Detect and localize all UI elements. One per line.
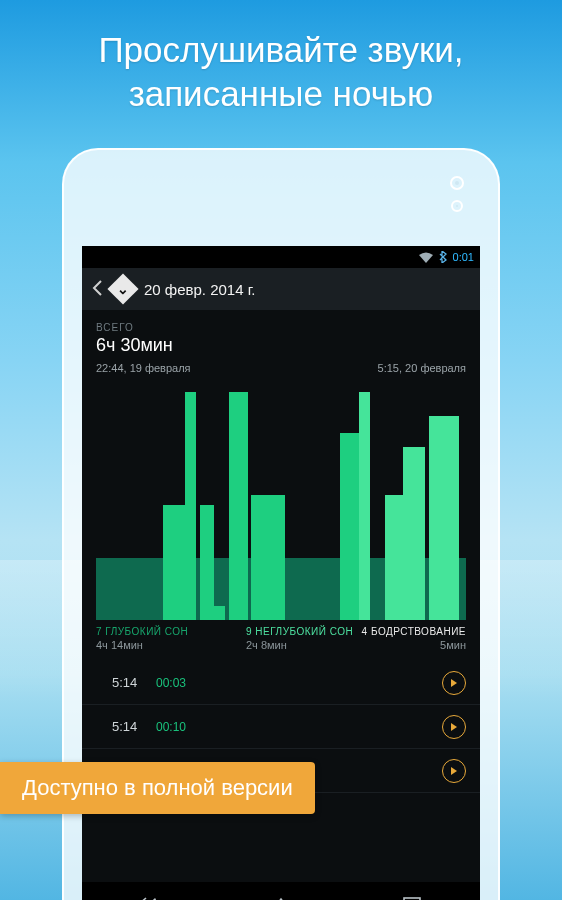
app-header: ⌄ 20 февр. 2014 г. bbox=[82, 268, 480, 310]
promo-background: Прослушивайте звуки, записанные ночью 0:… bbox=[0, 0, 562, 900]
android-nav-bar bbox=[82, 882, 480, 900]
nav-back-button[interactable] bbox=[130, 892, 166, 900]
wifi-icon bbox=[419, 252, 433, 263]
legend-light-sleep: 9 НЕГЛУБОКИЙ СОН 2ч 8мин bbox=[206, 626, 356, 651]
play-button[interactable] bbox=[442, 671, 466, 695]
nav-home-button[interactable] bbox=[263, 892, 299, 900]
chart-bar bbox=[251, 495, 270, 620]
chart-bar bbox=[340, 433, 359, 620]
legend-deep-sub: 4ч 14мин bbox=[96, 639, 206, 651]
headline-line-1: Прослушивайте звуки, bbox=[0, 28, 562, 72]
bluetooth-icon bbox=[439, 251, 447, 263]
headline-line-2: записанные ночью bbox=[0, 72, 562, 116]
chart-bar bbox=[403, 447, 425, 620]
summary-label: ВСЕГО bbox=[96, 322, 466, 333]
legend-awake: 4 БОДРСТВОВАНИЕ 5мин bbox=[356, 626, 466, 651]
tablet-sensor-icon bbox=[451, 200, 463, 212]
chart-bar bbox=[385, 495, 404, 620]
recording-duration: 00:03 bbox=[156, 676, 186, 690]
legend-light-title: 9 НЕГЛУБОКИЙ СОН bbox=[246, 626, 356, 637]
chart-bars bbox=[96, 380, 466, 620]
chart-bar bbox=[270, 495, 285, 620]
legend-light-sub: 2ч 8мин bbox=[246, 639, 356, 651]
legend-deep-title: 7 ГЛУБОКИЙ СОН bbox=[96, 626, 206, 637]
summary-total: 6ч 30мин bbox=[96, 335, 466, 356]
android-status-bar: 0:01 bbox=[82, 246, 480, 268]
recording-duration: 00:10 bbox=[156, 720, 186, 734]
chart-bar bbox=[229, 392, 248, 620]
sleep-end-time: 5:15, 20 февраля bbox=[378, 362, 466, 374]
upgrade-ribbon-label: Доступно в полной версии bbox=[22, 775, 293, 801]
chart-legend: 7 ГЛУБОКИЙ СОН 4ч 14мин 9 НЕГЛУБОКИЙ СОН… bbox=[82, 620, 480, 655]
play-button[interactable] bbox=[442, 759, 466, 783]
chart-bar bbox=[163, 505, 185, 620]
dropdown-toggle[interactable]: ⌄ bbox=[107, 273, 138, 304]
back-icon[interactable] bbox=[92, 280, 102, 299]
nav-recent-button[interactable] bbox=[396, 892, 432, 900]
header-date[interactable]: 20 февр. 2014 г. bbox=[144, 281, 256, 298]
sleep-summary: ВСЕГО 6ч 30мин 22:44, 19 февраля 5:15, 2… bbox=[82, 310, 480, 380]
legend-awake-title: 4 БОДРСТВОВАНИЕ bbox=[356, 626, 466, 637]
chart-bar bbox=[200, 505, 215, 620]
sleep-start-time: 22:44, 19 февраля bbox=[96, 362, 191, 374]
status-clock: 0:01 bbox=[453, 251, 474, 263]
sleep-chart[interactable] bbox=[96, 380, 466, 620]
chart-bar bbox=[359, 392, 370, 620]
legend-deep-sleep: 7 ГЛУБОКИЙ СОН 4ч 14мин bbox=[96, 626, 206, 651]
chart-bar bbox=[214, 606, 225, 620]
recording-time: 5:14 bbox=[112, 675, 156, 690]
promo-headline: Прослушивайте звуки, записанные ночью bbox=[0, 28, 562, 116]
chart-bar bbox=[185, 392, 196, 620]
recording-row[interactable]: 5:1400:10 bbox=[82, 705, 480, 749]
chevron-down-icon: ⌄ bbox=[117, 281, 129, 297]
tablet-camera-icon bbox=[450, 176, 464, 190]
chart-bar bbox=[429, 416, 459, 620]
recording-row[interactable]: 5:1400:03 bbox=[82, 661, 480, 705]
play-button[interactable] bbox=[442, 715, 466, 739]
legend-awake-sub: 5мин bbox=[356, 639, 466, 651]
upgrade-ribbon[interactable]: Доступно в полной версии bbox=[0, 762, 315, 814]
recording-time: 5:14 bbox=[112, 719, 156, 734]
